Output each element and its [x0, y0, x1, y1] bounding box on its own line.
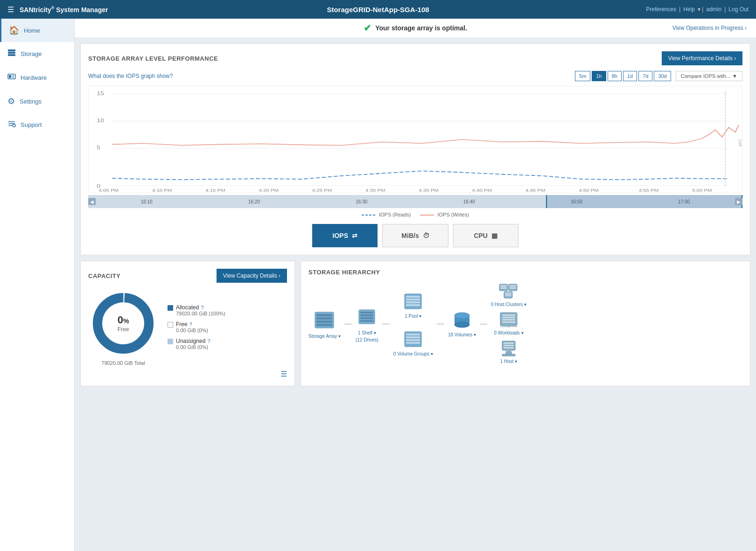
- volume-group-label[interactable]: 0 Volume Groups ▾: [393, 351, 433, 356]
- timeline-right-arrow[interactable]: ▶: [735, 198, 742, 205]
- svg-text:5: 5: [97, 145, 100, 151]
- sidebar-item-hardware-label: Hardware: [21, 74, 47, 81]
- shelf-label[interactable]: 1 Shelf ▾: [358, 330, 376, 335]
- volume-group-svg-icon: [403, 329, 423, 349]
- workloads-label[interactable]: 0 Workloads ▾: [494, 330, 523, 335]
- time-btn-1h[interactable]: 1h: [592, 71, 606, 81]
- time-btn-8h[interactable]: 8h: [608, 71, 622, 81]
- view-performance-details-button[interactable]: View Performance Details ›: [662, 51, 742, 65]
- shelf-node: 1 Shelf ▾ (12 Drives): [356, 305, 378, 342]
- time-btn-7d[interactable]: 7d: [638, 71, 652, 81]
- writes-legend-line: [420, 213, 434, 217]
- sidebar-item-hardware[interactable]: Hardware: [0, 66, 74, 90]
- arrow-1: —: [344, 320, 352, 328]
- host-label[interactable]: 1 Host ▾: [500, 359, 518, 364]
- logout-link[interactable]: Log Out: [728, 6, 749, 13]
- view-operations-link[interactable]: View Operations in Progress ›: [672, 25, 747, 31]
- hierarchy-header: STORAGE HIERARCHY: [308, 269, 742, 276]
- cpu-metric-button[interactable]: CPU ▦: [453, 224, 518, 247]
- allocated-info-icon[interactable]: ?: [201, 305, 203, 310]
- svg-rect-64: [500, 286, 507, 287]
- timeline-window[interactable]: [546, 195, 742, 208]
- time-buttons: 5m 1h 8h 1d 7d 30d: [575, 71, 671, 81]
- sidebar-item-settings[interactable]: ⚙ Settings: [0, 90, 74, 113]
- host-clusters-node: 0 Host Clusters ▾: [491, 283, 526, 307]
- sidebar-item-storage[interactable]: Storage: [0, 42, 74, 66]
- unassigned-info-icon[interactable]: ?: [207, 338, 210, 344]
- svg-rect-6: [12, 77, 14, 78]
- storage-array-node: Storage Array ▾: [308, 308, 341, 339]
- time-btn-5m[interactable]: 5m: [575, 71, 590, 81]
- svg-rect-50: [406, 299, 420, 300]
- svg-rect-45: [360, 314, 373, 316]
- reads-legend-line: [362, 213, 376, 217]
- free-info-icon[interactable]: ?: [189, 321, 192, 327]
- svg-point-60: [455, 322, 469, 328]
- svg-rect-83: [504, 345, 514, 346]
- unassigned-value: 0.00 GiB (0%): [176, 344, 210, 350]
- iops-chart: 15 10 5 0 4:05 PM: [89, 86, 742, 193]
- svg-text:4:55 PM: 4:55 PM: [639, 188, 658, 192]
- preferences-link[interactable]: Preferences: [646, 6, 677, 13]
- mibs-icon: ⏱: [423, 232, 429, 239]
- timeline-left-arrow[interactable]: ◀: [88, 198, 96, 205]
- svg-rect-75: [502, 314, 515, 316]
- capacity-section: CAPACITY View Capacity Details ›: [80, 261, 295, 386]
- menu-icon[interactable]: ☰: [7, 5, 14, 14]
- pool-label[interactable]: 1 Pool ▾: [405, 314, 421, 319]
- capacity-list-icon[interactable]: ☰: [280, 370, 287, 378]
- svg-rect-69: [510, 288, 516, 289]
- svg-rect-46: [360, 317, 373, 319]
- svg-rect-39: [316, 314, 332, 316]
- storage-array-svg-icon: [313, 308, 336, 332]
- svg-rect-56: [406, 339, 420, 341]
- performance-title: STORAGE ARRAY LEVEL PERFORMANCE: [88, 55, 218, 62]
- performance-section: STORAGE ARRAY LEVEL PERFORMANCE View Per…: [80, 43, 750, 255]
- sidebar-item-home[interactable]: 🏠 Home: [0, 19, 74, 42]
- svg-text:4:05 PM: 4:05 PM: [99, 188, 119, 192]
- svg-rect-40: [316, 317, 332, 320]
- sidebar-item-support[interactable]: Support: [0, 113, 74, 137]
- svg-text:4:25 PM: 4:25 PM: [312, 188, 332, 192]
- svg-rect-41: [316, 321, 332, 323]
- svg-rect-72: [505, 294, 511, 295]
- check-icon: ✔: [364, 22, 371, 34]
- cpu-label: CPU: [474, 232, 488, 239]
- time-btn-30d[interactable]: 30d: [654, 71, 671, 81]
- svg-text:4:30 PM: 4:30 PM: [365, 188, 385, 192]
- storage-array-label[interactable]: Storage Array ▾: [308, 334, 341, 339]
- sidebar-item-support-label: Support: [21, 121, 42, 128]
- svg-rect-0: [8, 49, 15, 51]
- svg-rect-52: [406, 304, 420, 306]
- volumes-label[interactable]: 18 Volumes ▾: [448, 332, 476, 337]
- allocated-item: Allocated ? 79020.00 GiB (100%): [168, 304, 225, 316]
- view-capacity-details-button[interactable]: View Capacity Details ›: [217, 269, 287, 283]
- iops-graph-info-link[interactable]: What does the IOPS graph show?: [88, 73, 173, 79]
- svg-rect-63: [500, 285, 507, 286]
- svg-text:4:45 PM: 4:45 PM: [525, 188, 545, 192]
- hierarchy-content: Storage Array ▾ — 1 Shelf ▾ (1: [308, 283, 742, 364]
- sidebar-item-home-label: Home: [24, 27, 40, 34]
- allocated-value: 79020.00 GiB (100%): [176, 311, 225, 316]
- help-link[interactable]: Help: [683, 6, 695, 13]
- compare-iops-button[interactable]: Compare IOPS with... ▼: [676, 71, 742, 81]
- compare-label: Compare IOPS with...: [681, 73, 730, 79]
- host-clusters-label[interactable]: 0 Host Clusters ▾: [491, 302, 526, 307]
- sidebar-item-settings-label: Settings: [20, 98, 42, 105]
- mini-timeline: ◀ 16:10 16:20 16:30 16:40 16:50 17:00 ▶: [88, 195, 742, 208]
- svg-rect-54: [406, 334, 420, 335]
- svg-text:4:40 PM: 4:40 PM: [472, 188, 492, 192]
- top-header: ☰ SANtricity® System Manager StorageGRID…: [0, 0, 756, 19]
- time-btn-1d[interactable]: 1d: [623, 71, 637, 81]
- svg-rect-78: [502, 321, 515, 323]
- admin-link[interactable]: admin: [706, 6, 721, 13]
- donut-free-text: Free: [118, 326, 129, 333]
- mibs-metric-button[interactable]: MiB/s ⏱: [382, 224, 448, 247]
- donut-percent: 0%: [118, 314, 129, 326]
- iops-metric-button[interactable]: IOPS ⇄: [312, 224, 378, 247]
- svg-rect-2: [8, 54, 15, 56]
- sidebar-item-storage-label: Storage: [21, 50, 42, 57]
- cpu-icon: ▦: [491, 232, 497, 239]
- hierarchy-section: STORAGE HIERARCHY Storage Array ▾: [301, 261, 750, 386]
- main-layout: 🏠 Home Storage Hardw: [0, 19, 756, 551]
